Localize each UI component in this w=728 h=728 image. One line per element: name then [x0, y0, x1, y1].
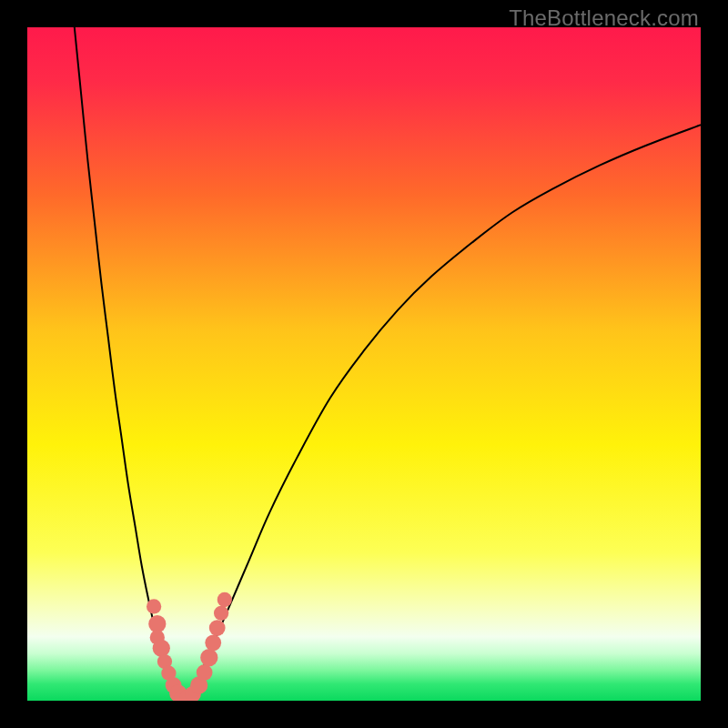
- scatter-point: [147, 599, 161, 613]
- curve-right-branch: [182, 125, 701, 699]
- curve-group: [75, 27, 701, 700]
- scatter-point: [197, 664, 213, 681]
- scatter-point: [200, 649, 217, 666]
- chart-svg: [27, 27, 701, 701]
- plot-area: [27, 27, 701, 701]
- scatter-point: [153, 640, 170, 657]
- scatter-point: [205, 634, 221, 651]
- scatter-point: [209, 620, 226, 636]
- scatter-group: [147, 592, 232, 701]
- watermark-text: TheBottleneck.com: [509, 5, 699, 31]
- scatter-point: [217, 592, 232, 607]
- scatter-point: [214, 606, 228, 621]
- chart-frame: TheBottleneck.com: [0, 0, 728, 728]
- curve-left-branch: [75, 27, 182, 700]
